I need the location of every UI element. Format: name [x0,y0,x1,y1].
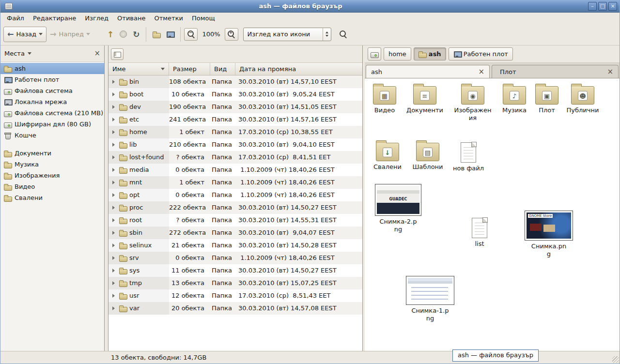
expander-icon[interactable] [112,193,117,197]
sidebar-item-Работен плот[interactable]: Работен плот [0,74,104,85]
sidebar-item-ash[interactable]: ash [0,63,104,74]
table-row[interactable]: media0 обектаПапка 1.10.2009 (чт) 18,40,… [108,164,362,176]
sidebar-item-Файлова система (210 MB)[interactable]: Файлова система (210 MB) [0,107,104,119]
expander-icon[interactable] [112,80,117,84]
menu-item-Изглед[interactable]: Изглед [80,14,113,23]
icon-item-нов файл[interactable]: нов файл [448,141,489,172]
expander-icon[interactable] [112,243,117,247]
sidebar-selector-caret-icon[interactable] [28,52,31,57]
table-row[interactable]: lib210 обектаПапка30.03.2010 (вт) 9,04,1… [108,138,362,151]
maximize-button[interactable]: □ [598,2,607,11]
expander-icon[interactable] [112,168,117,172]
up-button[interactable]: ↑ [104,27,117,42]
table-row[interactable]: boot10 обектаПапка30.03.2010 (вт) 9,05,2… [108,88,362,101]
table-row[interactable]: selinux21 обектаПапка30.03.2010 (вт) 14,… [108,239,362,252]
icon-item-Изображения[interactable]: ◉Изображения [452,84,493,121]
table-row[interactable]: usr12 обектаПапка17.03.2010 (ср) 8,51,43… [108,289,362,302]
stop-button[interactable] [117,27,130,42]
icon-item-list[interactable]: list [459,217,500,248]
icon-view[interactable]: ▦Видео≡Документи◉Изображения♪Музика▣Плот… [365,78,620,351]
path-button-home[interactable]: home [384,47,411,61]
sidebar-item-Документи[interactable]: Документи [0,148,104,159]
home-button[interactable] [150,27,163,42]
expander-icon[interactable] [112,181,117,184]
tab-ash[interactable]: ash × [366,65,490,78]
table-row[interactable]: var20 обектаПапка30.03.2010 (вт) 14,57,0… [108,302,362,315]
expander-icon[interactable] [112,269,117,273]
icon-item-Документи[interactable]: ≡Документи [404,84,445,114]
icon-item-Свалени[interactable]: ↓Свалени [367,140,408,171]
menu-item-Помощ[interactable]: Помощ [187,14,219,23]
sidebar-item-Файлова система[interactable]: Файлова система [0,85,104,96]
expander-icon[interactable] [112,155,117,159]
icon-item-Снимка-1.png[interactable]: Снимка-1.png [403,276,457,322]
expander-icon[interactable] [112,118,117,121]
titlebar[interactable]: ash — файлов браузър – □ × [0,0,620,13]
icon-item-Видео[interactable]: ▦Видео [365,84,405,114]
view-mode-spinner[interactable] [323,28,331,41]
pane-location-button[interactable] [111,48,124,60]
expander-icon[interactable] [112,218,117,222]
column-header-name[interactable]: Име [108,63,169,75]
sidebar-item-Свалени[interactable]: Свалени [0,192,104,203]
sidebar-item-Шифриран дял (80 GB)[interactable]: Шифриран дял (80 GB) [0,119,104,130]
table-row[interactable]: sbin272 обектаПапка30.03.2010 (вт) 9,04,… [108,227,362,239]
sidebar-item-Видео[interactable]: Видео [0,181,104,192]
view-mode-select[interactable]: Изглед като икони [243,28,331,41]
expander-icon[interactable] [112,206,117,210]
resize-grip[interactable] [612,356,619,363]
tab-close-icon[interactable]: × [607,68,613,76]
expander-icon[interactable] [112,105,117,109]
table-row[interactable]: etc241 обектаПапка30.03.2010 (вт) 14,57,… [108,113,362,126]
table-row[interactable]: sys11 обектаПапка30.03.2010 (вт) 14,50,2… [108,264,362,277]
table-row[interactable]: root? обектаПапка30.03.2010 (вт) 14,55,3… [108,214,362,227]
expander-icon[interactable] [112,281,117,285]
expander-icon[interactable] [112,92,117,96]
tab-close-icon[interactable]: × [478,68,484,76]
expander-icon[interactable] [112,256,117,260]
sidebar-close-icon[interactable]: × [94,50,100,57]
menu-item-Отиване[interactable]: Отиване [113,14,150,23]
table-row[interactable]: mnt1 обектПапка 1.10.2009 (чт) 18,40,26 … [108,176,362,189]
table-row[interactable]: srv0 обектаПапка 1.10.2009 (чт) 18,40,26… [108,252,362,264]
icon-item-Публични[interactable]: ☻Публични [562,84,603,114]
expander-icon[interactable] [112,130,117,134]
table-row[interactable]: dev190 обектаПапка30.03.2010 (вт) 14,51,… [108,101,362,113]
zoom-out-button[interactable]: − [184,28,198,41]
table-row[interactable]: proc222 обектаПапка30.03.2010 (вт) 14,50… [108,201,362,214]
zoom-in-button[interactable]: + [225,28,238,41]
table-row[interactable]: home1 обектПапка17.03.2010 (ср) 10,38,55… [108,126,362,138]
search-button[interactable] [336,27,350,42]
column-header-date[interactable]: Дата на промяна [235,63,362,75]
icon-item-Снимка-2.png[interactable]: GUADECСнимка-2.png [372,184,425,233]
sidebar-item-Локална мрежа[interactable]: Локална мрежа [0,96,104,107]
column-header-kind[interactable]: Вид [210,63,235,75]
path-root-button[interactable] [368,47,381,61]
table-row[interactable]: lost+found? обектаПапка17.03.2010 (ср) 8… [108,151,362,164]
expander-icon[interactable] [112,143,117,147]
forward-button[interactable]: → Напред [46,27,93,42]
table-row[interactable]: opt0 обектаПапка 1.10.2009 (чт) 18,40,26… [108,189,362,201]
sidebar-item-Изображения[interactable]: Изображения [0,170,104,181]
sidebar-item-Музика[interactable]: Музика [0,159,104,170]
tab-plot[interactable]: Плот × [492,65,619,78]
icon-item-Шаблони[interactable]: ▤Шаблони [407,140,448,171]
expander-icon[interactable] [112,231,117,235]
path-button-desktop[interactable]: Работен плот [449,47,513,61]
icon-item-Плот[interactable]: ▣Плот [527,84,567,114]
expander-icon[interactable] [112,306,117,310]
back-button[interactable]: ← Назад [3,27,46,42]
path-button-ash[interactable]: ash [414,47,446,61]
back-history-caret-icon[interactable] [39,33,43,37]
menu-item-Файл[interactable]: Файл [2,14,29,23]
close-button[interactable]: × [608,2,617,11]
column-header-size[interactable]: Размер [169,63,210,75]
expander-icon[interactable] [112,294,117,298]
minimize-button[interactable]: – [588,2,597,11]
menu-item-Отметки[interactable]: Отметки [150,14,187,23]
computer-button[interactable] [163,27,177,42]
reload-button[interactable]: ↻ [130,27,142,42]
table-row[interactable]: tmp13 обектаПапка30.03.2010 (вт) 15,07,2… [108,277,362,289]
icon-item-Снимка.png[interactable]: GNOME StoreСнимка.png [522,211,575,258]
menu-item-Редактиране[interactable]: Редактиране [29,14,80,23]
